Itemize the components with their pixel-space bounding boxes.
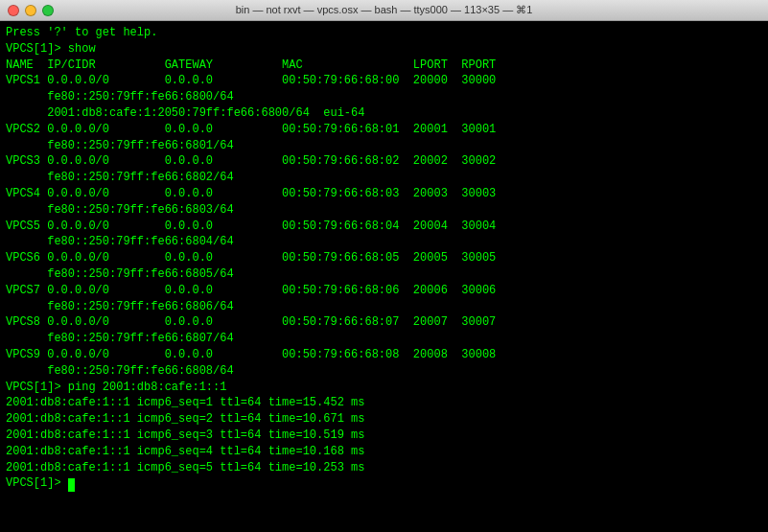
- terminal-line: VPCS2 0.0.0.0/0 0.0.0.0 00:50:79:66:68:0…: [6, 122, 762, 138]
- terminal-line: VPCS9 0.0.0.0/0 0.0.0.0 00:50:79:66:68:0…: [6, 347, 762, 363]
- terminal-line: VPCS5 0.0.0.0/0 0.0.0.0 00:50:79:66:68:0…: [6, 219, 762, 235]
- minimize-button[interactable]: [25, 5, 36, 16]
- terminal-line: 2001:db8:cafe:1::1 icmp6_seq=3 ttl=64 ti…: [6, 428, 762, 444]
- window-title: bin — not rxvt — vpcs.osx — bash — ttys0…: [236, 4, 533, 16]
- terminal-line: VPCS4 0.0.0.0/0 0.0.0.0 00:50:79:66:68:0…: [6, 186, 762, 202]
- terminal-line: Press '?' to get help.: [6, 25, 762, 41]
- terminal-line: VPCS[1]>: [6, 475, 762, 492]
- terminal-line: fe80::250:79ff:fe66:6802/64: [6, 170, 762, 186]
- terminal-line: NAME IP/CIDR GATEWAY MAC LPORT RPORT: [6, 58, 762, 74]
- terminal-line: 2001:db8:cafe:1:2050:79ff:fe66:6800/64 e…: [6, 105, 762, 122]
- terminal-line: 2001:db8:cafe:1::1 icmp6_seq=2 ttl=64 ti…: [6, 411, 762, 428]
- terminal-line: 2001:db8:cafe:1::1 icmp6_seq=1 ttl=64 ti…: [6, 395, 762, 411]
- terminal-line: VPCS1 0.0.0.0/0 0.0.0.0 00:50:79:66:68:0…: [6, 73, 762, 89]
- terminal-line: VPCS3 0.0.0.0/0 0.0.0.0 00:50:79:66:68:0…: [6, 153, 762, 170]
- terminal-line: fe80::250:79ff:fe66:6807/64: [6, 331, 762, 347]
- title-bar: bin — not rxvt — vpcs.osx — bash — ttys0…: [0, 0, 768, 21]
- terminal-line: VPCS8 0.0.0.0/0 0.0.0.0 00:50:79:66:68:0…: [6, 314, 762, 331]
- terminal-line: fe80::250:79ff:fe66:6808/64: [6, 363, 762, 380]
- terminal-line: fe80::250:79ff:fe66:6806/64: [6, 299, 762, 315]
- terminal-line: fe80::250:79ff:fe66:6804/64: [6, 234, 762, 250]
- terminal-line: fe80::250:79ff:fe66:6803/64: [6, 202, 762, 219]
- terminal-line: 2001:db8:cafe:1::1 icmp6_seq=5 ttl=64 ti…: [6, 460, 762, 476]
- terminal-line: 2001:db8:cafe:1::1 icmp6_seq=4 ttl=64 ti…: [6, 444, 762, 460]
- terminal-cursor: [68, 478, 75, 492]
- terminal-line: VPCS6 0.0.0.0/0 0.0.0.0 00:50:79:66:68:0…: [6, 250, 762, 266]
- terminal-line: VPCS[1]> ping 2001:db8:cafe:1::1: [6, 380, 762, 396]
- terminal-line: fe80::250:79ff:fe66:6801/64: [6, 138, 762, 154]
- terminal-line: VPCS[1]> show: [6, 41, 762, 58]
- maximize-button[interactable]: [42, 5, 54, 16]
- terminal-line: fe80::250:79ff:fe66:6800/64: [6, 89, 762, 105]
- terminal-window[interactable]: Press '?' to get help.VPCS[1]> showNAME …: [0, 21, 768, 532]
- close-button[interactable]: [8, 5, 19, 16]
- window-controls[interactable]: [8, 5, 54, 16]
- terminal-line: VPCS7 0.0.0.0/0 0.0.0.0 00:50:79:66:68:0…: [6, 283, 762, 299]
- terminal-line: fe80::250:79ff:fe66:6805/64: [6, 266, 762, 283]
